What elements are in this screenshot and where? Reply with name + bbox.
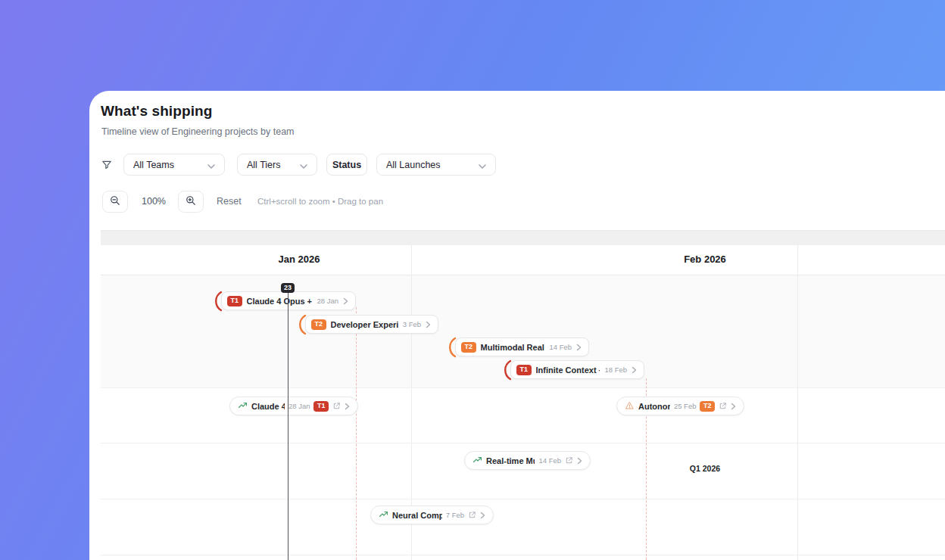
quarter-label: Q1 2026 bbox=[690, 464, 720, 473]
launch-title: Neural Computer... bbox=[392, 511, 442, 520]
timeline-canvas: What's shipping Timeline view of Enginee… bbox=[89, 91, 945, 560]
bar-start-arc-icon bbox=[504, 359, 512, 381]
row-divider bbox=[101, 387, 945, 388]
bar-start-arc-icon bbox=[298, 313, 307, 336]
teams-filter-value: All Teams bbox=[133, 160, 174, 170]
bar-date: 28 Jan bbox=[317, 297, 338, 305]
warning-icon bbox=[625, 400, 635, 413]
bar-title: Claude 4 Opus + ... bbox=[247, 297, 313, 306]
external-link-icon bbox=[468, 509, 476, 522]
timeline-bar[interactable]: T2 Developer Experie... 3 Feb bbox=[305, 315, 438, 334]
tiers-filter-dropdown[interactable]: All Tiers bbox=[237, 154, 317, 176]
trend-up-icon bbox=[238, 400, 248, 413]
filter-funnel-icon bbox=[101, 159, 112, 173]
launch-title: Claude 4 ... bbox=[251, 402, 285, 411]
launch-date: 28 Jan bbox=[288, 402, 310, 410]
timeline-bar[interactable]: T2 Multimodal Real-t... 14 Feb bbox=[455, 338, 589, 356]
chevron-right-icon bbox=[731, 400, 736, 413]
month-label: Jan 2026 bbox=[279, 254, 320, 265]
bar-date: 14 Feb bbox=[549, 343, 572, 351]
today-marker-badge: 23 bbox=[281, 283, 295, 293]
timeline-bar[interactable]: T1 Claude 4 Opus + ... 28 Jan bbox=[221, 291, 356, 310]
bar-title: Infinite Context + ... bbox=[536, 366, 600, 375]
launch-date: 7 Feb bbox=[446, 511, 464, 519]
main-card: What's shipping Timeline view of Enginee… bbox=[89, 91, 945, 560]
row-divider bbox=[101, 443, 945, 443]
today-marker-line bbox=[288, 291, 289, 560]
tier-badge: T1 bbox=[313, 401, 329, 412]
milestone-date-line bbox=[356, 307, 357, 560]
tier-badge: T1 bbox=[516, 365, 532, 375]
bar-title: Multimodal Real-t... bbox=[481, 343, 545, 352]
page-subtitle: Timeline view of Engineering projects by… bbox=[101, 126, 295, 137]
launch-pill[interactable]: Real-time Multi... 14 Feb bbox=[464, 451, 591, 470]
launch-date: 25 Feb bbox=[674, 402, 697, 410]
reset-zoom-button[interactable]: Reset bbox=[217, 196, 242, 207]
timeline-bar[interactable]: T1 Infinite Context + ... 18 Feb bbox=[510, 360, 644, 379]
external-link-icon bbox=[719, 400, 727, 413]
zoom-in-icon bbox=[186, 195, 196, 208]
launch-title: Real-time Multi... bbox=[486, 456, 535, 465]
launch-pill[interactable]: Claude 4 ... 28 Jan T1 bbox=[229, 397, 358, 415]
quarter-band: Q1 2026 bbox=[101, 230, 945, 246]
month-label: Feb 2026 bbox=[684, 254, 726, 265]
tier-badge: T2 bbox=[461, 342, 476, 353]
row-divider bbox=[101, 555, 945, 555]
launch-pill[interactable]: Autonomo... 25 Feb T2 bbox=[616, 397, 744, 415]
bar-start-arc-icon bbox=[214, 290, 223, 313]
month-gridline bbox=[797, 245, 798, 560]
bar-date: 3 Feb bbox=[403, 320, 421, 328]
tier-badge: T1 bbox=[227, 296, 242, 306]
chevron-right-icon bbox=[632, 363, 637, 377]
external-link-icon bbox=[565, 454, 573, 468]
tier-badge: T2 bbox=[311, 319, 326, 330]
launch-date: 14 Feb bbox=[538, 456, 561, 465]
bar-date: 18 Feb bbox=[604, 366, 627, 374]
chevron-right-icon bbox=[480, 509, 485, 522]
launch-title: Autonomo... bbox=[638, 402, 670, 411]
zoom-out-button[interactable] bbox=[102, 191, 128, 213]
chevron-down-icon bbox=[479, 158, 486, 172]
page-title: What's shipping bbox=[101, 103, 212, 120]
pan-zoom-hint: Ctrl+scroll to zoom • Drag to pan bbox=[257, 197, 383, 206]
chevron-right-icon bbox=[345, 400, 350, 413]
row-divider bbox=[101, 499, 945, 499]
trend-up-icon bbox=[379, 509, 388, 522]
trend-up-icon bbox=[472, 454, 482, 468]
chevron-right-icon bbox=[577, 454, 582, 468]
tiers-filter-value: All Tiers bbox=[247, 160, 280, 170]
zoom-level-value: 100% bbox=[140, 196, 167, 207]
launches-filter-value: All Launches bbox=[386, 160, 441, 170]
tier-badge: T2 bbox=[700, 401, 715, 412]
chevron-right-icon bbox=[343, 294, 348, 308]
external-link-icon bbox=[332, 400, 341, 413]
status-filter-button[interactable]: Status bbox=[326, 154, 367, 176]
launches-filter-dropdown[interactable]: All Launches bbox=[376, 154, 496, 176]
bar-start-arc-icon bbox=[448, 336, 457, 359]
launch-pill[interactable]: Neural Computer... 7 Feb bbox=[370, 506, 494, 524]
zoom-out-icon bbox=[110, 195, 120, 208]
chevron-down-icon bbox=[300, 158, 307, 172]
month-row: Jan 2026 Feb 2026 bbox=[101, 245, 945, 275]
bar-title: Developer Experie... bbox=[331, 320, 398, 329]
zoom-in-button[interactable] bbox=[178, 191, 204, 213]
chevron-right-icon bbox=[426, 318, 431, 331]
teams-filter-dropdown[interactable]: All Teams bbox=[123, 154, 225, 176]
chevron-down-icon bbox=[207, 158, 215, 172]
chevron-right-icon bbox=[576, 341, 582, 354]
